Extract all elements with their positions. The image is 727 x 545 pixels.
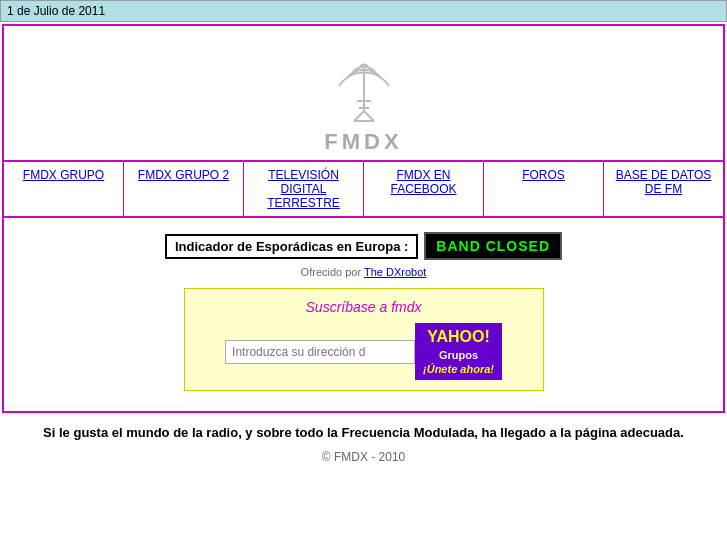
- nav-item-facebook[interactable]: FMDX EN FACEBOOK: [364, 162, 484, 216]
- nav-item-television[interactable]: TELEVISIÓN DIGITAL TERRESTRE: [244, 162, 364, 216]
- yahoo-text: YAHOO!: [427, 328, 490, 345]
- antenna-icon: [319, 36, 409, 126]
- yahoo-badge[interactable]: YAHOO! Grupos ¡Únete ahora!: [415, 323, 502, 380]
- svg-line-2: [364, 111, 374, 121]
- email-input[interactable]: [225, 340, 415, 364]
- nav-item-base-datos[interactable]: BASE DE DATOS DE FM: [604, 162, 723, 216]
- subscribe-box: Suscríbase a fmdx YAHOO! Grupos ¡Únete a…: [184, 288, 544, 391]
- band-closed-badge: BAND CLOSED: [424, 232, 562, 260]
- date-bar: 1 de Julio de 2011: [0, 0, 727, 22]
- content-area: Indicador de Esporádicas en Europa : BAN…: [4, 218, 723, 411]
- logo-area: FMDX: [4, 26, 723, 160]
- grupos-text: Grupos: [423, 348, 494, 362]
- date-text: 1 de Julio de 2011: [7, 4, 105, 18]
- dxrobot-link[interactable]: The DXrobot: [364, 266, 426, 278]
- nav-item-fmdx-grupo[interactable]: FMDX GRUPO: [4, 162, 124, 216]
- copyright: © FMDX - 2010: [0, 446, 727, 474]
- nav-bar: FMDX GRUPO FMDX GRUPO 2 TELEVISIÓN DIGIT…: [4, 160, 723, 218]
- nav-item-foros[interactable]: FOROS: [484, 162, 604, 216]
- offered-by-text: Ofrecido por: [301, 266, 362, 278]
- bottom-text: Si le gusta el mundo de la radio, y sobr…: [0, 415, 727, 446]
- svg-line-1: [354, 111, 364, 121]
- indicator-row: Indicador de Esporádicas en Europa : BAN…: [14, 232, 713, 260]
- indicator-label: Indicador de Esporádicas en Europa :: [165, 234, 418, 259]
- subscribe-form: YAHOO! Grupos ¡Únete ahora!: [199, 323, 529, 380]
- main-container: FMDX FMDX GRUPO FMDX GRUPO 2 TELEVISIÓN …: [2, 24, 725, 413]
- logo-text: FMDX: [4, 129, 723, 155]
- subscribe-title: Suscríbase a fmdx: [199, 299, 529, 315]
- unete-text: ¡Únete ahora!: [423, 362, 494, 376]
- offered-by: Ofrecido por The DXrobot: [14, 266, 713, 278]
- nav-item-fmdx-grupo-2[interactable]: FMDX GRUPO 2: [124, 162, 244, 216]
